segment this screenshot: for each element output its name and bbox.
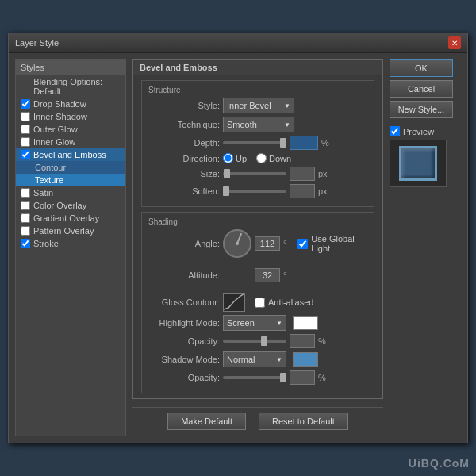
depth-input[interactable]: 1000 [290, 136, 318, 150]
angle-dial[interactable] [223, 229, 251, 258]
shadow-opacity-input[interactable]: 100 [290, 370, 315, 385]
use-global-light-checkbox[interactable] [298, 239, 308, 249]
soften-slider[interactable] [223, 190, 286, 193]
shadow-opacity-row: Opacity: 100 % [148, 370, 367, 385]
size-label: Size: [148, 169, 220, 178]
highlight-opacity-label: Opacity: [148, 336, 220, 346]
depth-slider[interactable] [223, 141, 286, 144]
direction-radio-group: Up Down [223, 153, 291, 163]
styles-list-item[interactable]: Texture [16, 174, 125, 186]
style-label: Style: [148, 101, 220, 110]
shadow-mode-arrow: ▼ [276, 356, 282, 363]
style-value: Inner Bevel [227, 101, 271, 110]
styles-list-item[interactable]: Outer Glow [16, 123, 125, 136]
close-button[interactable]: ✕ [448, 36, 461, 49]
structure-title: Structure [148, 86, 367, 94]
highlight-opacity-input[interactable]: 66 [290, 334, 315, 348]
direction-down-radio[interactable] [256, 153, 267, 163]
preview-label[interactable]: Preview [390, 126, 461, 136]
shadow-color-swatch[interactable] [293, 352, 318, 367]
use-global-light-label[interactable]: Use Global Light [298, 234, 367, 253]
style-item-checkbox[interactable] [21, 226, 30, 236]
style-dropdown[interactable]: Inner Bevel ▼ [223, 98, 294, 113]
style-item-checkbox[interactable] [21, 125, 30, 134]
highlight-mode-dropdown[interactable]: Screen ▼ [223, 315, 286, 331]
altitude-label: Altitude: [148, 271, 220, 280]
highlight-mode-row: Highlight Mode: Screen ▼ [148, 315, 367, 331]
styles-list-item[interactable]: Color Overlay [16, 199, 125, 212]
style-item-label: Pattern Overlay [33, 226, 94, 236]
main-content: Bevel and Emboss Structure Style: Inner … [132, 60, 383, 436]
style-item-checkbox[interactable] [21, 137, 30, 147]
make-default-button[interactable]: Make Default [167, 413, 246, 430]
anti-aliased-text: Anti-aliased [268, 298, 313, 307]
anti-aliased-checkbox[interactable] [255, 298, 265, 308]
depth-row: Depth: 1000 % [148, 136, 367, 150]
styles-list-item[interactable]: Gradient Overlay [16, 212, 125, 225]
highlight-opacity-slider[interactable] [223, 340, 286, 343]
direction-label: Direction: [148, 154, 220, 163]
altitude-input[interactable]: 32 [255, 268, 280, 282]
direction-up-label[interactable]: Up [223, 153, 247, 163]
soften-slider-container: 0 px [223, 184, 331, 198]
styles-list-item[interactable]: Contour [16, 161, 125, 174]
style-item-checkbox[interactable] [21, 99, 30, 109]
style-item-checkbox[interactable] [21, 112, 30, 121]
depth-label: Depth: [148, 138, 220, 148]
size-input[interactable]: 1 [290, 167, 315, 181]
style-item-label: Gradient Overlay [33, 213, 99, 223]
style-item-checkbox[interactable] [21, 188, 30, 198]
reset-to-default-button[interactable]: Reset to Default [259, 413, 348, 430]
shadow-opacity-label: Opacity: [148, 373, 220, 382]
preview-checkbox[interactable] [390, 126, 400, 136]
style-item-checkbox[interactable] [21, 239, 30, 248]
highlight-opacity-slider-container: 66 % [223, 334, 331, 348]
ok-button[interactable]: OK [390, 60, 453, 77]
cancel-button[interactable]: Cancel [390, 80, 453, 98]
right-panel: OK Cancel New Style... Preview [390, 60, 461, 436]
shadow-opacity-slider-container: 100 % [223, 370, 331, 385]
styles-list: Blending Options: DefaultDrop ShadowInne… [16, 75, 125, 250]
styles-panel: Styles Blending Options: DefaultDrop Sha… [15, 60, 126, 436]
style-item-checkbox[interactable] [21, 213, 30, 223]
shading-title: Shading [148, 217, 367, 226]
soften-unit: px [318, 186, 331, 196]
soften-label: Soften: [148, 186, 220, 196]
soften-input[interactable]: 0 [290, 184, 315, 198]
angle-input[interactable]: 112 [255, 236, 280, 251]
shadow-opacity-slider[interactable] [223, 376, 286, 379]
new-style-button[interactable]: New Style... [390, 101, 453, 118]
styles-list-item[interactable]: Inner Glow [16, 136, 125, 148]
style-item-label: Texture [32, 175, 63, 185]
preview-inner [399, 146, 437, 181]
highlight-color-swatch[interactable] [293, 316, 318, 330]
gloss-contour-box[interactable] [223, 293, 245, 312]
shadow-mode-dropdown[interactable]: Normal ▼ [223, 351, 286, 367]
size-slider[interactable] [223, 172, 286, 175]
styles-list-item[interactable]: Satin [16, 186, 125, 199]
angle-dial-line [236, 233, 242, 244]
style-item-checkbox[interactable] [21, 201, 30, 210]
gloss-contour-label: Gloss Contour: [148, 298, 220, 307]
gloss-contour-row: Gloss Contour: Anti-aliased [148, 293, 367, 312]
shadow-opacity-unit: % [318, 373, 331, 382]
direction-up-text: Up [236, 154, 247, 163]
styles-list-item[interactable]: Pattern Overlay [16, 225, 125, 237]
angle-row: Angle: 112 ° Use Global Light [148, 229, 367, 258]
direction-down-label[interactable]: Down [256, 153, 291, 163]
styles-list-item[interactable]: Stroke [16, 237, 125, 250]
styles-list-item[interactable]: Bevel and Emboss [16, 148, 125, 161]
technique-dropdown[interactable]: Smooth ▼ [223, 117, 294, 132]
use-global-light-text: Use Global Light [311, 234, 367, 253]
title-bar: Layer Style ✕ [9, 33, 467, 53]
direction-up-radio[interactable] [223, 153, 233, 163]
anti-aliased-label[interactable]: Anti-aliased [255, 298, 313, 308]
style-item-checkbox[interactable] [21, 150, 30, 159]
depth-unit: % [321, 138, 334, 148]
styles-list-item[interactable]: Blending Options: Default [16, 75, 125, 98]
size-unit: px [318, 169, 331, 178]
style-item-label: Bevel and Emboss [33, 150, 106, 159]
styles-list-item[interactable]: Drop Shadow [16, 98, 125, 110]
style-row: Style: Inner Bevel ▼ [148, 98, 367, 113]
styles-list-item[interactable]: Inner Shadow [16, 110, 125, 123]
